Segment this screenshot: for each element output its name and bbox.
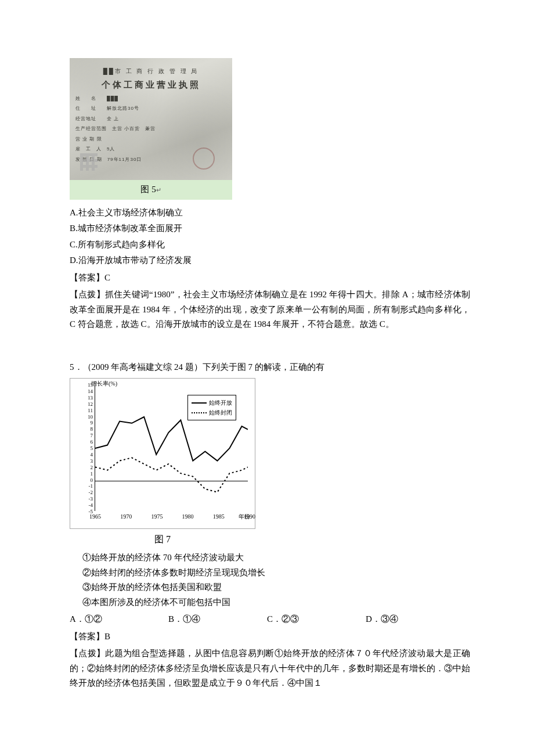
figure-5-caption: 图 5↵ [70, 180, 232, 200]
figure-7-caption: 图 7 [70, 531, 255, 547]
license-header-2: 个体工商业营业执照 [75, 77, 226, 92]
zero-line [95, 481, 248, 481]
license-row: 营 业 期 限 [75, 135, 226, 143]
license-header-1: ██市 工 商 行 政 管 理 局 [75, 66, 226, 76]
license-row: 经营地址 全 上 [75, 115, 226, 123]
choice-c: C．②③ [267, 612, 366, 627]
option-a: A.社会主义市场经济体制确立 [70, 206, 470, 221]
q5-stem: 5．（2009 年高考福建文综 24 题）下列关于图 7 的解读，正确的有 [70, 360, 470, 375]
caption-text: 图 5 [140, 185, 156, 194]
x-tick: 1975 [151, 512, 163, 521]
pattern-square [80, 153, 98, 171]
license-row: 生产经营范围 主营 小百货 兼营 [75, 125, 226, 133]
choice-d: D．③④ [366, 612, 398, 627]
figure-7-chart: 增长率(%) 始终开放 始终封闭 年份 -5-4-3-2-10123456789… [70, 378, 470, 547]
option-d: D.沿海开放城市带动了经济发展 [70, 253, 470, 268]
q5-answer: 【答案】B [70, 629, 470, 645]
return-symbol: ↵ [156, 186, 161, 193]
statement-2: ②始终封闭的经济体多数时期经济呈现现负增长 [82, 566, 470, 581]
q4-explanation: 【点拨】抓住关键词“1980”，社会主义市场经济体制确立是在 1992 年得十四… [70, 287, 470, 332]
x-tick: 1980 [182, 512, 194, 521]
series-始终封闭 [95, 458, 248, 492]
x-tick: 1990 [244, 512, 255, 521]
license-row: 住 址 解放北路30号 [75, 105, 226, 113]
q5-choices: A．①② B．①④ C．②③ D．③④ [70, 612, 470, 627]
q5-statements: ①始终开放的经济体 70 年代经济波动最大 ②始终封闭的经济体多数时期经济呈现现… [82, 550, 470, 610]
figure-5-image: ██市 工 商 行 政 管 理 局 个体工商业营业执照 姓 名 ███ 住 址 … [70, 58, 470, 200]
y-tick: 15 [80, 381, 93, 390]
statement-4: ④本图所涉及的经济体不可能包括中国 [82, 595, 470, 610]
option-c: C.所有制形式趋向多样化 [70, 237, 470, 253]
x-tick: 1970 [120, 512, 132, 521]
chart-lines [95, 386, 248, 511]
business-license-photo: ██市 工 商 行 政 管 理 局 个体工商业营业执照 姓 名 ███ 住 址 … [70, 58, 232, 180]
choice-b: B．①④ [168, 612, 267, 627]
q5-explanation: 【点拨】此题为组合型选择题，从图中信息容易判断①始终开放的经济体７０年代经济波动… [70, 646, 470, 691]
q4-options: A.社会主义市场经济体制确立 B.城市经济体制改革全面展开 C.所有制形式趋向多… [70, 206, 470, 268]
x-tick: 1985 [213, 512, 225, 521]
x-tick: 1965 [89, 512, 101, 521]
stamp-icon [193, 147, 215, 170]
series-始终开放 [95, 417, 248, 461]
growth-rate-chart: 增长率(%) 始终开放 始终封闭 年份 -5-4-3-2-10123456789… [70, 378, 255, 529]
license-row: 姓 名 ███ [75, 95, 226, 103]
statement-1: ①始终开放的经济体 70 年代经济波动最大 [82, 550, 470, 566]
statement-3: ③始终开放的经济体包括美国和欧盟 [82, 580, 470, 595]
choice-a: A．①② [70, 612, 168, 627]
option-b: B.城市经济体制改革全面展开 [70, 221, 470, 236]
q4-answer: 【答案】C [70, 271, 470, 286]
